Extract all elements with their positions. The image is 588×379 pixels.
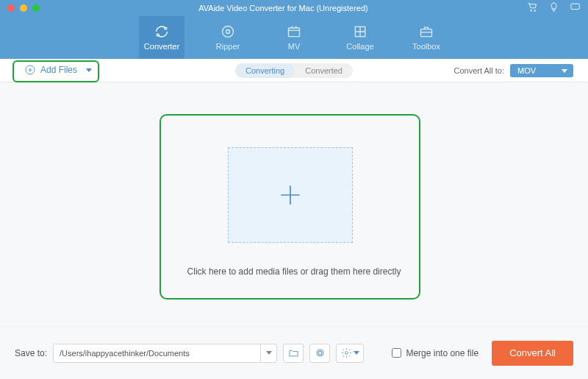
nav-collage[interactable]: Collage: [337, 16, 383, 59]
status-tabs: Converting Converted: [235, 63, 353, 78]
convert-all-to-label: Convert All to:: [454, 66, 504, 75]
cart-icon[interactable]: [527, 1, 538, 15]
add-files-button[interactable]: Add Files: [18, 61, 98, 79]
svg-rect-2: [571, 4, 579, 10]
drop-hint: Click here to add media files or drag th…: [0, 266, 588, 277]
feedback-icon[interactable]: [570, 1, 581, 15]
hint-icon[interactable]: [548, 1, 559, 15]
convert-all-to: Convert All to: MOV: [454, 64, 573, 77]
maximize-icon[interactable]: [32, 4, 40, 12]
close-icon[interactable]: [7, 4, 15, 12]
tab-converted[interactable]: Converted: [295, 63, 353, 78]
nav-ripper[interactable]: Ripper: [205, 16, 251, 59]
titlebar: AVAide Video Converter for Mac (Unregist…: [0, 0, 588, 16]
add-files-label: Add Files: [40, 65, 77, 75]
chevron-down-icon: [86, 68, 92, 72]
svg-point-3: [223, 26, 234, 38]
svg-rect-10: [318, 352, 321, 355]
nav-label: Toolbox: [412, 42, 440, 51]
chevron-down-icon: [354, 351, 359, 355]
merge-label: Merge into one file: [406, 348, 478, 358]
svg-point-11: [345, 352, 348, 355]
collage-icon: [353, 24, 368, 39]
drop-zone[interactable]: [228, 147, 353, 243]
svg-point-0: [531, 10, 532, 11]
svg-rect-5: [289, 28, 300, 37]
save-path-text: /Users/ihappyacethinker/Documents: [54, 349, 260, 358]
subbar: Add Files Converting Converted Convert A…: [0, 59, 588, 82]
ripper-icon: [220, 24, 235, 39]
plus-icon: [276, 181, 304, 209]
save-path-dropdown[interactable]: [260, 344, 276, 362]
nav-label: MV: [288, 42, 301, 51]
svg-point-4: [226, 30, 230, 34]
gear-icon: [341, 347, 352, 358]
nav-converter[interactable]: Converter: [139, 16, 184, 59]
settings-button[interactable]: [336, 344, 364, 363]
nav-toolbox[interactable]: Toolbox: [404, 16, 449, 59]
nav-label: Collage: [346, 42, 373, 51]
folder-icon: [288, 347, 299, 358]
window-title: AVAide Video Converter for Mac (Unregist…: [40, 4, 527, 13]
plus-circle-icon: [24, 64, 36, 76]
output-format-select[interactable]: MOV: [510, 64, 573, 77]
svg-rect-9: [317, 350, 323, 356]
window-controls: [7, 4, 40, 12]
merge-checkbox[interactable]: Merge into one file: [392, 348, 478, 358]
minimize-icon[interactable]: [20, 4, 27, 12]
svg-rect-7: [421, 29, 432, 37]
hardware-accel-button[interactable]: [309, 344, 330, 363]
toolbox-icon: [419, 24, 434, 39]
chip-icon: [315, 347, 326, 358]
merge-checkbox-input[interactable]: [392, 348, 401, 358]
nav-label: Ripper: [216, 42, 240, 51]
nav-mv[interactable]: MV: [271, 16, 317, 59]
save-to-label: Save to:: [15, 348, 47, 358]
mv-icon: [287, 24, 301, 39]
nav-label: Converter: [144, 42, 179, 51]
save-path-field[interactable]: /Users/ihappyacethinker/Documents: [53, 344, 277, 363]
svg-point-1: [534, 10, 536, 11]
footer: Save to: /Users/ihappyacethinker/Documen…: [0, 326, 588, 379]
convert-all-button[interactable]: Convert All: [492, 341, 573, 366]
open-folder-button[interactable]: [283, 344, 304, 363]
converter-icon: [154, 24, 169, 39]
tab-converting[interactable]: Converting: [235, 63, 295, 78]
main-nav: Converter Ripper MV Collage Toolbox: [0, 16, 588, 59]
